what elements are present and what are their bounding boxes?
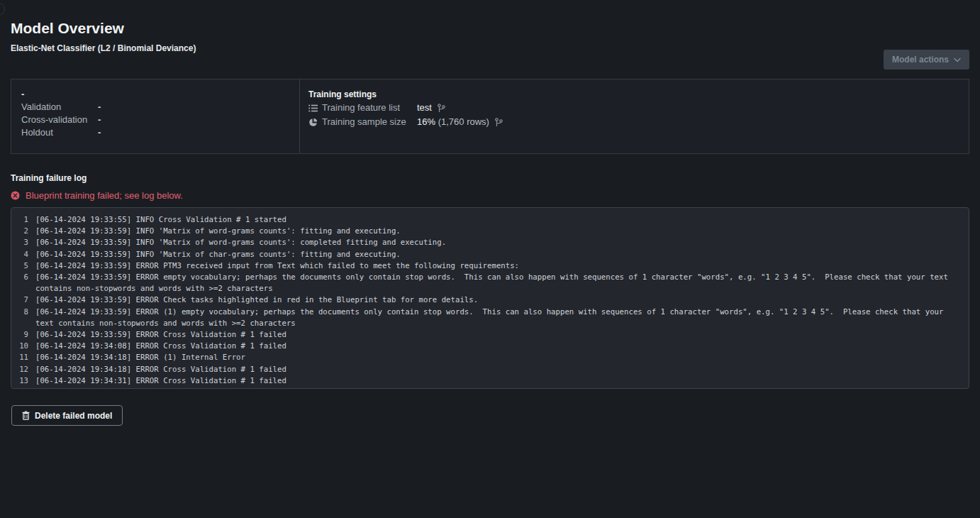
error-row: Blueprint training failed; see log below…	[11, 190, 980, 201]
log-line-number: 4	[18, 249, 28, 260]
log-line: 3[06-14-2024 19:33:59] INFO 'Matrix of w…	[18, 237, 969, 248]
metric-label: Validation	[21, 101, 98, 114]
log-line-number: 10	[18, 341, 28, 352]
training-feature-list-label: Training feature list	[322, 101, 417, 114]
model-actions-label: Model actions	[892, 55, 949, 65]
metric-row-holdout: Holdout-	[21, 126, 299, 139]
log-line: 13[06-14-2024 19:34:31] ERROR Cross Vali…	[18, 375, 969, 387]
log-line-number: 8	[18, 307, 28, 329]
log-line-text: [06-14-2024 19:34:08] ERROR Cross Valida…	[35, 341, 950, 352]
metric-label: Cross-validation	[21, 114, 98, 126]
log-box[interactable]: 1[06-14-2024 19:33:55] INFO Cross Valida…	[11, 207, 969, 389]
log-line-number: 1	[18, 214, 28, 226]
log-line: 5[06-14-2024 19:33:59] ERROR PTM3 receiv…	[18, 260, 969, 272]
metric-row-validation: Validation-	[21, 101, 299, 114]
log-line-text: [06-14-2024 19:33:59] ERROR empty vocabu…	[35, 272, 950, 294]
log-line: 7[06-14-2024 19:33:59] ERROR Check tasks…	[18, 294, 969, 306]
log-line-number: 5	[18, 260, 28, 272]
log-line: 6[06-14-2024 19:33:59] ERROR empty vocab…	[18, 272, 969, 294]
training-settings-heading: Training settings	[308, 89, 503, 100]
log-line-text: [06-14-2024 19:33:59] ERROR Cross Valida…	[35, 329, 950, 341]
metric-name: -	[21, 88, 299, 101]
delete-button-label: Delete failed model	[35, 411, 112, 421]
chevron-down-icon	[954, 57, 961, 62]
summary-panel: - Validation- Cross-validation- Holdout-…	[11, 79, 969, 154]
training-feature-list-row: Training feature list test	[308, 101, 503, 114]
model-subtitle: Elastic-Net Classifier (L2 / Binomial De…	[11, 43, 980, 53]
training-failure-log-heading: Training failure log	[11, 173, 980, 183]
metric-label: Holdout	[21, 126, 98, 139]
log-line-number: 13	[18, 375, 28, 387]
training-feature-list-value: test	[417, 101, 432, 114]
log-line-text: [06-14-2024 19:34:18] ERROR (1) Internal…	[35, 352, 950, 363]
log-line: 10[06-14-2024 19:34:08] ERROR Cross Vali…	[18, 341, 969, 352]
branch-icon[interactable]	[495, 118, 503, 127]
metric-row-cross-validation: Cross-validation-	[21, 114, 299, 126]
log-line: 4[06-14-2024 19:33:59] INFO 'Matrix of c…	[18, 249, 969, 260]
log-line-number: 7	[18, 294, 28, 306]
metric-value: -	[98, 114, 101, 125]
log-line-number: 12	[18, 364, 28, 375]
sample-size-rows: (1,760 rows)	[438, 116, 489, 127]
log-line-text: [06-14-2024 19:34:31] ERROR Cross Valida…	[35, 375, 950, 387]
pie-chart-icon	[308, 117, 318, 127]
log-line-text: [06-14-2024 19:34:18] ERROR Cross Valida…	[35, 364, 950, 375]
training-sample-size-value: 16% (1,760 rows)	[417, 116, 489, 128]
log-line-text: [06-14-2024 19:33:59] ERROR (1) empty vo…	[35, 307, 950, 329]
error-icon	[11, 191, 20, 200]
log-line-number: 11	[18, 352, 28, 363]
log-line-text: [06-14-2024 19:33:55] INFO Cross Validat…	[35, 214, 950, 226]
log-line-text: [06-14-2024 19:33:59] INFO 'Matrix of wo…	[35, 237, 950, 248]
page-title: Model Overview	[0, 0, 980, 38]
log-line: 12[06-14-2024 19:34:18] ERROR Cross Vali…	[18, 364, 969, 375]
metric-value: -	[98, 127, 101, 138]
sample-size-percent: 16%	[417, 116, 435, 127]
log-line-text: [06-14-2024 19:33:59] INFO 'Matrix of ch…	[35, 249, 950, 260]
list-icon	[308, 103, 318, 113]
metric-value: -	[98, 101, 101, 112]
log-line-number: 2	[18, 226, 28, 237]
log-line-number: 3	[18, 237, 28, 248]
log-line-number: 6	[18, 272, 28, 294]
log-line: 9[06-14-2024 19:33:59] ERROR Cross Valid…	[18, 329, 969, 341]
log-line-text: [06-14-2024 19:33:59] ERROR PTM3 receive…	[35, 260, 950, 272]
log-line-text: [06-14-2024 19:33:59] INFO 'Matrix of wo…	[35, 226, 950, 237]
log-line: 1[06-14-2024 19:33:55] INFO Cross Valida…	[18, 214, 969, 226]
branch-icon[interactable]	[438, 104, 445, 113]
log-line: 11[06-14-2024 19:34:18] ERROR (1) Intern…	[18, 352, 969, 363]
training-sample-size-label: Training sample size	[322, 116, 417, 128]
error-message: Blueprint training failed; see log below…	[26, 190, 183, 201]
delete-failed-model-button[interactable]: Delete failed model	[11, 405, 123, 426]
page: Model Overview Elastic-Net Classifier (L…	[0, 0, 980, 518]
training-sample-size-row: Training sample size 16% (1,760 rows)	[308, 116, 503, 128]
trash-icon	[22, 411, 30, 420]
log-line-text: [06-14-2024 19:33:59] ERROR Check tasks …	[35, 294, 950, 306]
log-line-number: 9	[18, 329, 28, 341]
log-line: 2[06-14-2024 19:33:59] INFO 'Matrix of w…	[18, 226, 969, 237]
metrics-section: - Validation- Cross-validation- Holdout-	[11, 79, 300, 153]
training-settings-section: Training settings Training feature list …	[300, 79, 503, 153]
model-actions-button[interactable]: Model actions	[884, 50, 969, 70]
log-line: 8[06-14-2024 19:33:59] ERROR (1) empty v…	[18, 307, 969, 329]
